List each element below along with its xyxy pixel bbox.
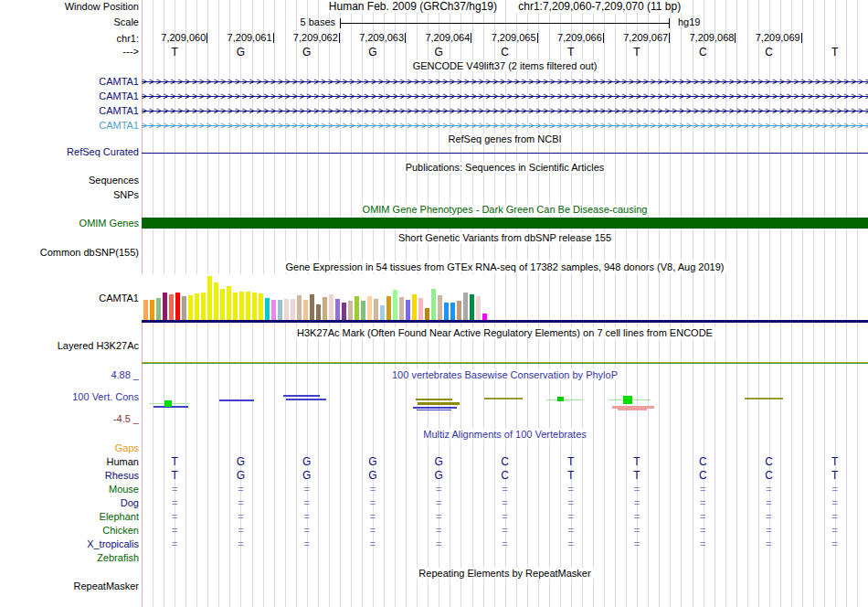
gtex-expression-bar[interactable] [431,289,436,320]
gtex-expression-bar[interactable] [323,297,327,320]
gtex-expression-bar[interactable] [450,303,455,320]
gtex-expression-bar[interactable] [214,282,218,320]
gtex-expression-bar[interactable] [233,293,238,320]
alignment-row-x_tropicalis[interactable]: =========== [142,538,868,550]
gtex-expression-bar[interactable] [303,300,308,320]
multiz-track-title[interactable]: Multiz Alignments of 100 Vertebrates [420,429,589,440]
gencode-gene-model-row[interactable]: >>>>>>>>>>>>>>>>>>>>>>>>>>>>>>>>>>>>>>>>… [142,76,868,87]
publications-track-title[interactable]: Publications: Sequences in Scientific Ar… [403,162,608,173]
h3k27ac-track-title[interactable]: H3K27Ac Mark (Often Found Near Active Re… [294,327,715,338]
species-label-zebrafish[interactable]: Zebrafish [97,552,139,564]
gtex-expression-bar[interactable] [310,294,314,320]
gtex-expression-bar[interactable] [374,299,378,320]
gtex-expression-bar[interactable] [284,299,289,320]
gtex-expression-bar[interactable] [444,303,449,320]
omim-genes-label[interactable]: OMIM Genes [79,218,139,229]
gtex-expression-bar[interactable] [169,294,174,320]
gtex-expression-bar[interactable] [150,300,154,320]
gtex-expression-bar[interactable] [348,301,353,320]
gencode-gene-label[interactable]: CAMTA1 [99,105,139,117]
omim-track-title[interactable]: OMIM Gene Phenotypes - Dark Green Can Be… [360,204,651,215]
gtex-expression-bar[interactable] [201,293,206,320]
gtex-expression-bar[interactable] [163,293,167,320]
h3k27ac-track-label[interactable]: Layered H3K27Ac [58,340,139,352]
gtex-expression-bar[interactable] [361,301,365,320]
species-label-mouse[interactable]: Mouse [109,484,139,495]
gtex-expression-bar[interactable] [316,304,321,320]
species-label-elephant[interactable]: Elephant [100,511,139,523]
refseq-track-title[interactable]: RefSeq genes from NCBI [445,133,564,144]
gtex-expression-bar[interactable] [271,300,276,320]
gencode-gene-model-row[interactable]: >>>>>>>>>>>>>>>>>>>>>>>>>>>>>>>>>>>>>>>>… [142,91,868,101]
gtex-expression-bar[interactable] [425,308,429,320]
gtex-expression-bar[interactable] [195,293,199,320]
species-label-chicken[interactable]: Chicken [102,525,139,537]
gtex-expression-bar[interactable] [476,296,481,320]
gtex-expression-bar[interactable] [182,296,186,320]
alignment-row-rhesus[interactable]: TGGGGCTTCCT [142,470,868,482]
alignment-row-dog[interactable]: =========== [142,497,868,509]
gencode-gene-label[interactable]: CAMTA1 [99,76,139,88]
species-label-dog[interactable]: Dog [121,497,139,509]
omim-gene-bar[interactable] [142,218,868,229]
species-label-x_tropicalis[interactable]: X_tropicalis [87,538,139,550]
gencode-gene-label[interactable]: CAMTA1 [99,91,139,102]
gtex-expression-bar[interactable] [406,300,410,320]
gtex-expression-bar[interactable] [412,294,417,320]
dbsnp-track-title[interactable]: Short Genetic Variants from dbSNP releas… [396,232,614,243]
repeatmasker-track-label[interactable]: RepeatMasker [73,580,139,592]
gtex-expression-bar[interactable] [239,292,244,320]
alignment-row-elephant[interactable]: =========== [142,511,868,523]
gtex-expression-bar[interactable] [207,276,212,320]
gtex-expression-bar[interactable] [482,314,487,320]
gtex-expression-bar[interactable] [291,299,295,320]
gtex-expression-bar[interactable] [470,294,474,320]
species-label-rhesus[interactable]: Rhesus [105,470,139,482]
alignment-row-mouse[interactable]: =========== [142,484,868,495]
gtex-expression-bar[interactable] [463,293,468,320]
alignment-row-gaps[interactable] [142,442,868,454]
alignment-row-human[interactable]: TGGGGCTTCCT [142,456,868,468]
gtex-expression-bar[interactable] [143,300,148,320]
gtex-gene-label[interactable]: CAMTA1 [99,293,139,304]
gtex-expression-bar[interactable] [278,300,282,320]
gtex-expression-bar[interactable] [399,297,404,320]
snps-track-label[interactable]: SNPs [113,189,139,201]
phylop-track-label[interactable]: 100 Vert. Cons [72,391,139,403]
gtex-track-title[interactable]: Gene Expression in 54 tissues from GTEx … [283,261,727,272]
alignment-row-zebrafish[interactable] [142,552,868,564]
gtex-expression-bar[interactable] [438,295,442,320]
gencode-track-title[interactable]: GENCODE V49lift37 (2 items filtered out) [410,60,600,71]
gtex-expression-bar[interactable] [355,296,359,320]
gtex-expression-bar[interactable] [297,295,302,320]
gtex-expression-bar[interactable] [335,299,340,320]
gtex-expression-bar[interactable] [342,303,346,320]
gtex-expression-bar[interactable] [175,293,180,320]
gtex-expression-bar[interactable] [418,298,423,320]
sequences-track-label[interactable]: Sequences [89,175,139,186]
gtex-expression-bar[interactable] [188,295,193,320]
gtex-expression-bar[interactable] [265,298,270,320]
gtex-expression-bar[interactable] [156,298,161,320]
refseq-curated-label[interactable]: RefSeq Curated [67,146,139,158]
gtex-expression-bar[interactable] [259,293,263,320]
gtex-expression-bar[interactable] [367,296,372,320]
gtex-expression-bar[interactable] [393,290,397,320]
phylop-track-title[interactable]: 100 vertebrates Basewise Conservation by… [389,369,620,380]
gencode-gene-label[interactable]: CAMTA1 [99,120,139,132]
gencode-gene-model-row[interactable]: >>>>>>>>>>>>>>>>>>>>>>>>>>>>>>>>>>>>>>>>… [142,105,868,116]
repeatmasker-track-title[interactable]: Repeating Elements by RepeatMasker [416,568,593,579]
gtex-expression-bar[interactable] [246,292,250,320]
gtex-expression-bar[interactable] [386,296,391,320]
species-label-human[interactable]: Human [107,456,139,468]
species-label-gaps[interactable]: Gaps [115,442,139,454]
gtex-expression-bar[interactable] [329,294,333,320]
gtex-expression-bar[interactable] [457,301,461,320]
gencode-gene-model-row[interactable]: >>>>>>>>>>>>>>>>>>>>>>>>>>>>>>>>>>>>>>>>… [142,120,868,131]
gtex-expression-bar[interactable] [227,286,231,320]
alignment-row-chicken[interactable]: =========== [142,525,868,537]
gtex-expression-bar[interactable] [380,305,385,320]
gtex-expression-bar[interactable] [252,293,257,320]
gtex-expression-bar[interactable] [220,289,225,320]
dbsnp-track-label[interactable]: Common dbSNP(155) [40,247,139,259]
